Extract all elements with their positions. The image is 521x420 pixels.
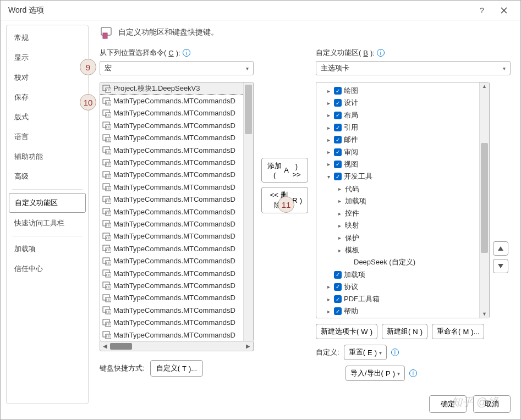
expand-icon[interactable]: ▸ — [325, 149, 332, 155]
command-list-item[interactable]: MathTypeCommands.MTCommandsD — [100, 329, 243, 341]
command-list-item[interactable]: MathTypeCommands.MTCommandsD — [100, 156, 243, 168]
scroll-down-icon[interactable]: ▼ — [482, 311, 487, 317]
new-tab-button[interactable]: 新建选项卡(W) — [316, 324, 377, 339]
expand-icon[interactable]: ▸ — [336, 198, 343, 204]
info-icon[interactable]: i — [391, 349, 399, 356]
checkbox-checked-icon[interactable]: ✓ — [334, 112, 342, 119]
sidebar-item[interactable]: 保存 — [9, 88, 86, 107]
cancel-button[interactable]: 取消 — [473, 395, 511, 413]
tree-row[interactable]: ▸✓绘图 — [317, 85, 478, 97]
command-list-item[interactable]: MathTypeCommands.MTCommandsD — [100, 95, 243, 107]
add-button[interactable]: 添加(A) >> — [261, 158, 308, 183]
move-up-button[interactable] — [493, 241, 508, 256]
expand-icon[interactable]: ▸ — [325, 308, 332, 314]
checkbox-checked-icon[interactable]: ✓ — [334, 99, 342, 107]
expand-icon[interactable]: ▸ — [325, 88, 332, 94]
sidebar-item[interactable]: 高级 — [9, 167, 86, 186]
command-list-item[interactable]: MathTypeCommands.MTCommandsD — [100, 119, 243, 131]
customize-keyboard-button[interactable]: 自定义(T)... — [150, 360, 203, 377]
sidebar-item[interactable]: 校对 — [9, 68, 86, 87]
checkbox-checked-icon[interactable]: ✓ — [334, 161, 342, 168]
expand-icon[interactable]: ▸ — [336, 247, 343, 253]
command-list-item[interactable]: MathTypeCommands.MTCommandsD — [100, 194, 243, 206]
command-list-item[interactable]: MathTypeCommands.MTCommandsD — [100, 218, 243, 230]
info-icon[interactable]: i — [377, 49, 385, 57]
checkbox-checked-icon[interactable]: ✓ — [334, 87, 342, 95]
ribbon-target-combo[interactable]: 主选项卡 ▾ — [316, 61, 511, 75]
expand-icon[interactable]: ▸ — [325, 112, 332, 118]
expand-icon[interactable]: ▸ — [336, 235, 343, 241]
rename-button[interactable]: 重命名(M)... — [432, 324, 484, 339]
scroll-left-icon[interactable]: ◀ — [100, 343, 110, 349]
vertical-scrollbar[interactable] — [243, 82, 253, 341]
command-list-item[interactable]: Project.模块1.DeepSeekV3 — [100, 82, 243, 95]
sidebar-item[interactable]: 加载项 — [9, 240, 86, 258]
checkbox-checked-icon[interactable]: ✓ — [334, 271, 342, 279]
commands-source-combo[interactable]: 宏 ▾ — [100, 61, 254, 75]
sidebar-item[interactable]: 语言 — [9, 128, 86, 146]
horizontal-scrollbar[interactable]: ◀ ▶ — [100, 341, 254, 351]
expand-icon[interactable]: ▸ — [336, 211, 343, 217]
sidebar-item[interactable]: 信任中心 — [9, 259, 86, 278]
move-down-button[interactable] — [493, 259, 508, 273]
tree-row[interactable]: ▸✓邮件 — [317, 134, 478, 146]
info-icon[interactable]: i — [183, 49, 190, 57]
expand-icon[interactable]: ▸ — [336, 223, 343, 229]
command-list-item[interactable]: MathTypeCommands.MTCommandsD — [100, 255, 243, 267]
sidebar-item[interactable]: 辅助功能 — [9, 147, 86, 166]
command-list-item[interactable]: MathTypeCommands.MTCommandsD — [100, 107, 243, 119]
sidebar-item[interactable]: 自定义功能区 — [9, 193, 86, 213]
checkbox-checked-icon[interactable]: ✓ — [334, 173, 342, 180]
tree-row[interactable]: ▸✓帮助 — [317, 305, 478, 317]
tree-row[interactable]: ✓加载项 — [317, 268, 478, 280]
tree-row[interactable]: ▸加载项 — [317, 195, 478, 207]
tree-row[interactable]: ▸✓设计 — [317, 97, 478, 109]
command-list-item[interactable]: MathTypeCommands.MTCommandsD — [100, 242, 243, 255]
help-button[interactable]: ? — [471, 2, 493, 19]
command-list-item[interactable]: MathTypeCommands.MTCommandsD — [100, 304, 243, 316]
expand-icon[interactable]: ▸ — [325, 161, 332, 167]
checkbox-checked-icon[interactable]: ✓ — [334, 148, 342, 156]
expand-icon[interactable]: ▸ — [325, 137, 332, 143]
checkbox-checked-icon[interactable]: ✓ — [334, 307, 342, 315]
expand-icon[interactable]: ▸ — [325, 296, 332, 302]
tree-row[interactable]: DeepSeek (自定义) — [317, 256, 478, 268]
import-export-button[interactable]: 导入/导出(P) ▾ — [345, 366, 405, 381]
checkbox-checked-icon[interactable]: ✓ — [334, 136, 342, 143]
tree-row[interactable]: ▾✓开发工具 — [317, 170, 478, 183]
close-button[interactable] — [493, 2, 515, 19]
command-list-item[interactable]: MathTypeCommands.MTCommandsD — [100, 144, 243, 156]
command-list-item[interactable]: MathTypeCommands.MTCommandsD — [100, 132, 243, 144]
sidebar-item[interactable]: 常规 — [9, 29, 86, 47]
tree-row[interactable]: ▸✓视图 — [317, 158, 478, 170]
checkbox-checked-icon[interactable]: ✓ — [334, 295, 342, 303]
tree-row[interactable]: ▸✓审阅 — [317, 146, 478, 158]
command-list-item[interactable]: MathTypeCommands.MTCommandsD — [100, 206, 243, 218]
tree-row[interactable]: ▸模板 — [317, 244, 478, 256]
command-list-item[interactable]: MathTypeCommands.MTCommandsD — [100, 230, 243, 242]
expand-icon[interactable]: ▸ — [336, 186, 343, 192]
expand-icon[interactable]: ▸ — [325, 125, 332, 131]
commands-listbox[interactable]: Project.模块1.DeepSeekV3MathTypeCommands.M… — [100, 82, 254, 341]
ok-button[interactable]: 确定 — [429, 395, 467, 413]
sidebar-item[interactable]: 快速访问工具栏 — [9, 214, 86, 233]
vertical-scrollbar[interactable]: ▲ ▼ — [479, 82, 489, 318]
info-icon[interactable]: i — [409, 369, 417, 377]
tree-row[interactable]: ▸✓协议 — [317, 281, 478, 293]
ribbon-tree[interactable]: ▸✓绘图▸✓设计▸✓布局▸✓引用▸✓邮件▸✓审阅▸✓视图▾✓开发工具▸代码▸加载… — [316, 82, 490, 318]
scroll-right-icon[interactable]: ▶ — [243, 343, 253, 349]
command-list-item[interactable]: MathTypeCommands.MTCommandsD — [100, 279, 243, 291]
command-list-item[interactable]: MathTypeCommands.MTCommandsD — [100, 292, 243, 304]
tree-row[interactable]: ▸✓布局 — [317, 109, 478, 121]
expand-icon[interactable]: ▸ — [325, 100, 332, 106]
tree-row[interactable]: ▸控件 — [317, 207, 478, 219]
command-list-item[interactable]: MathTypeCommands.MTCommandsD — [100, 267, 243, 279]
tree-row[interactable]: ▸✓PDF工具箱 — [317, 293, 478, 305]
command-list-item[interactable]: MathTypeCommands.MTCommandsD — [100, 316, 243, 328]
command-list-item[interactable]: MathTypeCommands.MTCommandsD — [100, 181, 243, 193]
checkbox-checked-icon[interactable]: ✓ — [334, 124, 342, 131]
sidebar-item[interactable]: 版式 — [9, 108, 86, 126]
sidebar-item[interactable]: 显示 — [9, 48, 86, 67]
tree-row[interactable]: ▸代码 — [317, 183, 478, 195]
checkbox-checked-icon[interactable]: ✓ — [334, 283, 342, 291]
